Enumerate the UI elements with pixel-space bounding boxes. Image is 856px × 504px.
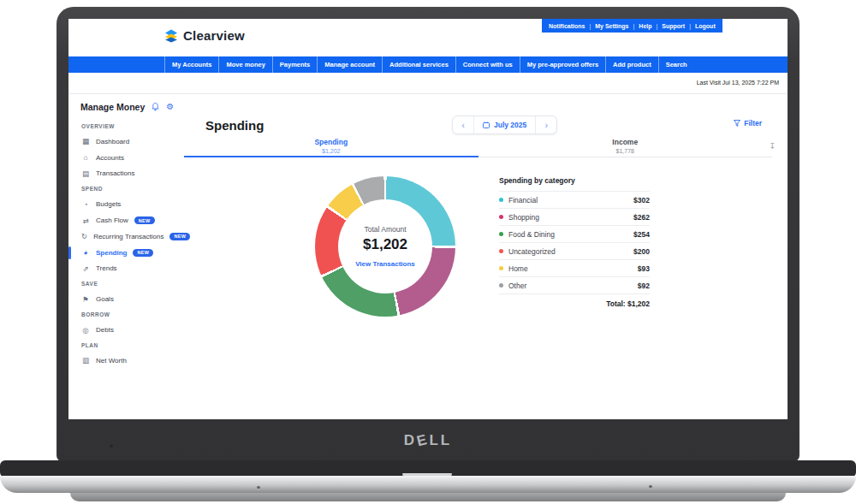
last-visit-text: Last Visit Jul 13, 2025 7:22 PM (697, 80, 779, 86)
next-month-button[interactable]: › (536, 116, 556, 133)
sidebar-item-trends[interactable]: ⇗Trends (68, 261, 184, 277)
sidebar-item-label: Dashboard (96, 138, 129, 145)
donut-center: Total Amount $1,202 View Transactions (338, 199, 432, 294)
nav-item-manage-account[interactable]: Manage account (318, 56, 383, 73)
net-worth-icon: ▥ (81, 356, 90, 365)
tab-value: $1,778 (616, 148, 634, 154)
utility-link-my-settings[interactable]: My Settings (595, 23, 628, 29)
legend-row-other[interactable]: Other$92 (499, 277, 650, 294)
previous-month-button[interactable]: ‹ (453, 116, 473, 133)
period-label: July 2025 (494, 121, 526, 129)
tab-value: $1,202 (322, 148, 340, 154)
nav-item-connect-with-us[interactable]: Connect with us (456, 56, 520, 73)
dashboard-icon: ▦ (81, 137, 90, 145)
laptop-base (0, 476, 856, 493)
utility-nav: Notifications|My Settings|Help|Support|L… (542, 19, 722, 33)
bell-icon[interactable] (152, 103, 159, 111)
category-legend: Spending by category Financial$302Shoppi… (499, 176, 650, 308)
brand: Clearview (164, 28, 245, 43)
legend-row-home[interactable]: Home$93 (499, 260, 650, 277)
accounts-icon: ⌂ (81, 153, 90, 162)
category-dot (499, 215, 503, 219)
laptop-base-shadow (70, 493, 786, 501)
last-visit-bar: Last Visit Jul 13, 2025 7:22 PM (68, 73, 788, 94)
calendar-icon (483, 122, 490, 128)
legend-row-financial[interactable]: Financial$302 (499, 192, 650, 209)
sidebar-item-spending[interactable]: ◕SpendingNEW (68, 245, 184, 261)
sidebar-section-label: BORROW (68, 307, 184, 322)
sidebar-item-cash-flow[interactable]: ⇄Cash FlowNEW (68, 212, 184, 228)
dell-logo: DELL (0, 432, 856, 449)
category-value: $200 (633, 247, 650, 256)
spending-icon: ◕ (81, 248, 90, 257)
nav-item-additional-services[interactable]: Additional services (383, 56, 456, 73)
page-title: Spending (205, 118, 264, 133)
category-name: Uncategorized (508, 247, 628, 256)
utility-link-help[interactable]: Help (639, 23, 651, 29)
sidebar-item-net-worth[interactable]: ▥Net Worth (68, 353, 184, 369)
tab-label: Income (612, 138, 638, 146)
utility-link-logout[interactable]: Logout (695, 23, 716, 29)
legend-title: Spending by category (499, 176, 650, 192)
filter-button[interactable]: Filter (734, 119, 762, 127)
view-transactions-link[interactable]: View Transactions (355, 260, 415, 268)
sidebar-item-dashboard[interactable]: ▦Dashboard (68, 133, 184, 150)
sidebar-item-goals[interactable]: ⚑Goals (68, 291, 184, 307)
sidebar-item-budgets[interactable]: ◔Budgets (68, 196, 184, 212)
period-selector: ‹ July 2025 › (452, 116, 557, 134)
nav-item-my-pre-approved-offers[interactable]: My pre-approved offers (520, 56, 606, 73)
sidebar-item-label: Cash Flow (96, 216, 128, 224)
goals-icon: ⚑ (81, 295, 90, 304)
nav-item-my-accounts[interactable]: My Accounts (164, 56, 219, 73)
sidebar-item-debts[interactable]: ◎Debts (68, 322, 184, 338)
trends-icon: ⇗ (81, 264, 90, 273)
legend-row-uncategorized[interactable]: Uncategorized$200 (499, 243, 650, 260)
separator: | (633, 23, 635, 29)
nav-item-add-product[interactable]: Add product (606, 56, 659, 73)
spending-donut-chart[interactable]: Total Amount $1,202 View Transactions (315, 176, 455, 317)
separator: | (689, 23, 691, 29)
category-name: Home (508, 264, 633, 273)
nav-item-move-money[interactable]: Move money (219, 56, 272, 73)
category-value: $254 (633, 230, 650, 239)
new-badge: NEW (133, 249, 153, 257)
category-dot (499, 198, 503, 202)
category-name: Financial (508, 196, 628, 205)
category-value: $302 (633, 196, 650, 205)
sidebar-item-transactions[interactable]: ▤Transactions (68, 166, 184, 182)
utility-link-support[interactable]: Support (662, 23, 685, 29)
sidebar-item-recurring-transactions[interactable]: ↻Recurring TransactionsNEW (68, 228, 184, 245)
tab-spending[interactable]: Spending$1,202 (184, 134, 479, 157)
sidebar-item-accounts[interactable]: ⌂Accounts (68, 150, 184, 166)
cash-flow-icon: ⇄ (81, 216, 90, 225)
sidebar-section-label: PLAN (68, 338, 184, 353)
budgets-icon: ◔ (81, 200, 90, 209)
sidebar-item-label: Debts (96, 326, 114, 334)
legend-row-food-dining[interactable]: Food & Dining$254 (499, 226, 650, 243)
filter-label: Filter (744, 119, 762, 127)
category-value: $93 (638, 264, 650, 273)
legend-row-shopping[interactable]: Shopping$262 (499, 209, 650, 226)
sidebar-item-label: Goals (96, 295, 114, 303)
sidebar-item-label: Accounts (96, 154, 124, 162)
base-screw (257, 486, 260, 489)
separator: | (657, 23, 658, 29)
total-amount-label: Total Amount (364, 225, 406, 234)
nav-item-payments[interactable]: Payments (273, 56, 318, 73)
filter-funnel-icon (734, 120, 740, 127)
gear-icon[interactable]: ⚙ (166, 103, 174, 111)
clearview-logo-icon (164, 29, 178, 43)
category-name: Shopping (508, 213, 628, 222)
sidebar-item-label: Trends (96, 264, 117, 272)
tab-label: Spending (314, 138, 348, 146)
screen: Notifications|My Settings|Help|Support|L… (68, 19, 788, 419)
category-value: $262 (633, 213, 650, 222)
tab-income[interactable]: Income$1,778 (479, 134, 773, 157)
utility-link-notifications[interactable]: Notifications (549, 23, 585, 29)
power-indicator-dot (110, 444, 113, 448)
sidebar-item-label: Transactions (96, 169, 135, 177)
period-button[interactable]: July 2025 (473, 116, 536, 133)
nav-item-search[interactable]: Search (659, 56, 694, 73)
export-icon[interactable]: ↧ (769, 142, 776, 151)
brand-name: Clearview (183, 28, 245, 43)
